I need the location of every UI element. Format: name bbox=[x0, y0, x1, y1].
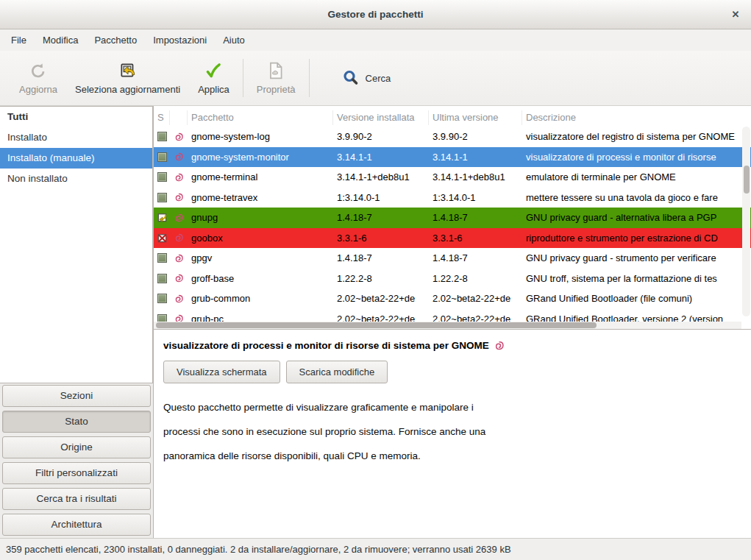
search-button[interactable]: Cerca bbox=[332, 63, 402, 93]
close-icon[interactable]: ✕ bbox=[729, 8, 742, 21]
horizontal-scrollbar-thumb[interactable] bbox=[156, 322, 597, 328]
debian-swirl-icon bbox=[170, 294, 188, 304]
package-name: gnupg bbox=[188, 212, 333, 223]
details-description: Questo pacchetto permette di visualizzar… bbox=[163, 395, 751, 468]
right-pane: S Pacchetto Versione installata Ultima v… bbox=[153, 106, 751, 538]
toolbar-separator bbox=[309, 59, 310, 97]
debian-swirl-icon bbox=[170, 192, 188, 202]
package-name: gpgv bbox=[188, 252, 333, 263]
table-row[interactable]: goobox 3.3.1-6 3.3.1-6 riproduttore e st… bbox=[154, 228, 751, 249]
latest-version: 1:3.14.0-1 bbox=[429, 192, 522, 203]
package-description: emulatore di terminale per GNOME bbox=[522, 171, 751, 182]
toolbar: Aggiorna Seleziona aggiornamenti Applica bbox=[0, 51, 751, 106]
package-status-cell bbox=[154, 193, 170, 202]
package-description: visualizzatore del registro di sistema p… bbox=[522, 131, 751, 142]
apply-label: Applica bbox=[198, 84, 229, 95]
apply-button[interactable]: Applica bbox=[189, 58, 238, 98]
header-package[interactable]: Pacchetto bbox=[188, 110, 333, 125]
package-name: gnome-system-log bbox=[188, 131, 333, 142]
table-row[interactable]: gpgv 1.4.18-7 1.4.18-7 GNU privacy guard… bbox=[154, 248, 751, 269]
titlebar[interactable]: Gestore di pacchetti ✕ bbox=[0, 0, 751, 29]
table-row[interactable]: gnome-system-monitor 3.14.1-1 3.14.1-1 v… bbox=[154, 147, 751, 168]
table-row[interactable]: grub-common 2.02~beta2-22+de 2.02~beta2-… bbox=[154, 288, 751, 309]
get-screenshot-button[interactable]: Visualizza schermata bbox=[163, 361, 280, 383]
table-row[interactable]: groff-base 1.22.2-8 1.22.2-8 GNU troff, … bbox=[154, 269, 751, 289]
table-row[interactable]: grub-pc 2.02~beta2-22+de 2.02~beta2-22+d… bbox=[154, 309, 751, 322]
latest-version: 3.3.1-6 bbox=[429, 233, 522, 244]
properties-label: Proprietà bbox=[257, 84, 296, 95]
synaptic-window: Gestore di pacchetti ✕ File Modifica Pac… bbox=[0, 0, 751, 560]
details-title: visualizzatore di processi e monitor di … bbox=[163, 340, 489, 351]
table-row[interactable]: gnupg 1.4.18-7 1.4.18-7 GNU privacy guar… bbox=[154, 208, 751, 228]
custom-filters-button[interactable]: Filtri personalizzati bbox=[2, 462, 151, 484]
package-status-cell bbox=[154, 172, 170, 182]
latest-version: 2.02~beta2-22+de bbox=[429, 313, 522, 322]
menu-modifica[interactable]: Modifica bbox=[35, 31, 86, 49]
filter-item-tutti[interactable]: Tutti bbox=[0, 107, 152, 127]
window-title: Gestore di pacchetti bbox=[0, 9, 751, 20]
table-row[interactable]: gnome-system-log 3.9.90-2 3.9.90-2 visua… bbox=[154, 127, 751, 147]
header-origin[interactable] bbox=[170, 110, 188, 125]
package-status-cell bbox=[154, 314, 170, 322]
package-status-cell bbox=[154, 132, 170, 141]
header-description[interactable]: Descrizione bbox=[522, 110, 751, 125]
status-button[interactable]: Stato bbox=[2, 411, 151, 433]
statusbar-text: 359 pacchetti elencati, 2300 installati,… bbox=[6, 544, 511, 555]
installed-checkbox-icon bbox=[157, 314, 167, 322]
header-latest-version[interactable]: Ultima versione bbox=[429, 110, 522, 125]
latest-version: 3.14.1-1 bbox=[429, 152, 522, 163]
table-row[interactable]: gnome-terminal 3.14.1-1+deb8u1 3.14.1-1+… bbox=[154, 167, 751, 188]
get-changelog-button[interactable]: Scarica modifiche bbox=[286, 361, 388, 383]
package-description: riproduttore e strumento per estrazione … bbox=[522, 233, 751, 244]
properties-button[interactable]: Proprietà bbox=[248, 58, 305, 98]
debian-swirl-icon bbox=[170, 273, 188, 283]
mark-upgrades-label: Seleziona aggiornamenti bbox=[75, 84, 180, 95]
installed-version: 1.4.18-7 bbox=[333, 252, 429, 263]
installed-version: 3.14.1-1+deb8u1 bbox=[333, 171, 429, 182]
installed-version: 3.14.1-1 bbox=[333, 152, 429, 163]
package-description: GNU troff, sistema per la formattazione … bbox=[522, 273, 751, 284]
vertical-scrollbar[interactable] bbox=[742, 127, 750, 316]
origin-button[interactable]: Origine bbox=[2, 436, 151, 458]
details-pane: visualizzatore di processi e monitor di … bbox=[154, 329, 751, 538]
debian-swirl-icon bbox=[170, 253, 188, 263]
debian-swirl-icon bbox=[170, 313, 188, 322]
menu-impostazioni[interactable]: Impostazioni bbox=[145, 31, 215, 49]
installed-checkbox-icon bbox=[157, 294, 167, 303]
debian-swirl-icon bbox=[170, 233, 188, 243]
package-status-cell bbox=[154, 233, 170, 244]
reload-button[interactable]: Aggiorna bbox=[10, 58, 66, 98]
menu-file[interactable]: File bbox=[3, 31, 35, 49]
installed-version: 1.4.18-7 bbox=[333, 212, 429, 223]
installed-checkbox-icon bbox=[157, 172, 167, 182]
architecture-button[interactable]: Architettura bbox=[2, 514, 151, 536]
horizontal-scrollbar[interactable] bbox=[154, 322, 741, 329]
installed-version: 1.22.2-8 bbox=[333, 273, 429, 284]
header-status[interactable]: S bbox=[154, 110, 170, 125]
filter-item-non-installato[interactable]: Non installato bbox=[0, 169, 152, 189]
table-row[interactable]: gnome-tetravex 1:3.14.0-1 1:3.14.0-1 met… bbox=[154, 188, 751, 208]
package-description: GNU privacy guard - alternativa libera a… bbox=[522, 212, 751, 223]
package-description: mettere tessere su una tavola da gioco e… bbox=[522, 192, 751, 203]
package-name: grub-common bbox=[188, 293, 333, 304]
mark-all-upgrades-button[interactable]: Seleziona aggiornamenti bbox=[66, 58, 189, 98]
sections-button[interactable]: Sezioni bbox=[2, 385, 151, 407]
vertical-scrollbar-thumb[interactable] bbox=[744, 166, 750, 194]
header-installed-version[interactable]: Versione installata bbox=[333, 110, 429, 125]
properties-icon bbox=[266, 61, 285, 80]
menu-pacchetto[interactable]: Pacchetto bbox=[86, 31, 145, 49]
reload-icon bbox=[29, 61, 48, 80]
statusbar: 359 pacchetti elencati, 2300 installati,… bbox=[0, 538, 751, 560]
menu-aiuto[interactable]: Aiuto bbox=[215, 31, 253, 49]
package-status-cell bbox=[154, 274, 170, 283]
filter-item-installato[interactable]: Installato bbox=[0, 127, 152, 148]
package-description: visualizzatore di processi e monitor di … bbox=[522, 152, 751, 163]
filter-item-installato-manuale[interactable]: Installato (manuale) bbox=[0, 148, 152, 169]
installed-checkbox-icon bbox=[157, 193, 167, 202]
package-name: goobox bbox=[188, 233, 333, 244]
installed-version: 2.02~beta2-22+de bbox=[333, 293, 429, 304]
table-header: S Pacchetto Versione installata Ultima v… bbox=[154, 109, 751, 127]
package-status-cell bbox=[154, 294, 170, 303]
search-results-button[interactable]: Cerca tra i risultati bbox=[2, 488, 151, 510]
package-name: gnome-tetravex bbox=[188, 192, 333, 203]
